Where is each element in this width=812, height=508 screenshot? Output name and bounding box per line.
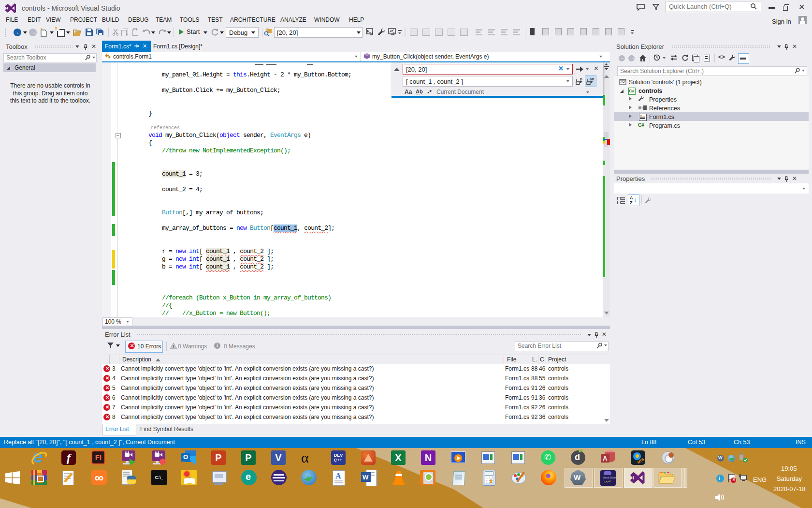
svg-text:ab: ab xyxy=(590,77,594,81)
